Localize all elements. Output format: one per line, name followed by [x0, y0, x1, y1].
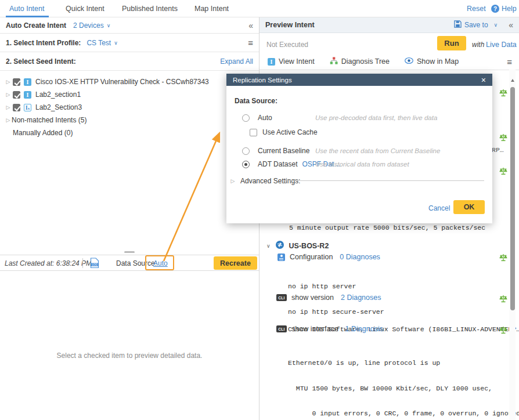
tree-item-label[interactable]: Manually Added (0)	[13, 129, 73, 137]
use-active-cache-checkbox[interactable]	[250, 129, 257, 136]
tree-item-label[interactable]: Cisco IOS-XE HTTP Vulnerability Check - …	[35, 78, 209, 86]
diagnosis-tree-icon	[330, 57, 338, 67]
option-label[interactable]: Auto	[258, 114, 272, 122]
panel-title: Auto Create Intent	[6, 21, 66, 30]
tree-row: Manually Added (0)	[0, 126, 255, 139]
tree-item-label[interactable]: Non-matched Intents (5)	[12, 116, 86, 124]
radio-auto[interactable]	[242, 114, 250, 122]
option-auto-desc: Use pre-decoded data first, then live da…	[315, 114, 437, 121]
data-source-label: Data Source:	[116, 259, 157, 267]
last-created-label: Last Created at: 6:38:24 PM	[5, 259, 92, 267]
diagnosis-compare-icon[interactable]	[499, 88, 508, 97]
option-current-baseline-desc: Use the recent data from Current Baselin…	[315, 147, 440, 154]
interface-output: Ethernet0/0 is up, line protocol is up M…	[288, 342, 519, 420]
tab-show-in-map[interactable]: Show in Map	[405, 57, 459, 66]
live-data-link[interactable]: Live Data	[486, 41, 517, 49]
tree-row: ▷ I Cisco IOS-XE HTTP Vulnerability Chec…	[0, 75, 255, 88]
option-current-baseline: Current Baseline	[242, 147, 309, 155]
help-button[interactable]: ? Help	[491, 0, 517, 17]
expand-all-link[interactable]: Expand All	[220, 57, 253, 66]
preview-header: Preview Intent Save to ∨ «	[260, 17, 519, 33]
expand-arrow-icon[interactable]: ▷	[5, 79, 12, 85]
profile-menu-icon[interactable]: ≡	[248, 38, 253, 48]
scrollbar-thumb[interactable]	[510, 87, 515, 310]
seed-label: 2. Select Seed Intent:	[6, 57, 76, 66]
tab-diagnosis-tree[interactable]: Diagnosis Tree	[330, 57, 390, 67]
option-label[interactable]: Use Active Cache	[260, 128, 318, 136]
diagnoses-link[interactable]: 1 Diagnosis	[345, 325, 383, 333]
reset-button[interactable]: Reset	[467, 0, 486, 17]
profile-label: 1. Select Intent Profile:	[6, 39, 81, 47]
diagnosis-compare-icon[interactable]	[499, 294, 508, 303]
option-label[interactable]: Current Baseline	[258, 147, 309, 155]
tab-view-intent[interactable]: I View Intent	[268, 57, 315, 66]
radio-current-baseline[interactable]	[242, 147, 250, 155]
collapse-left-panel-icon[interactable]: «	[248, 21, 253, 30]
devices-link[interactable]: 2 Devices	[73, 21, 104, 30]
preview-menu-icon[interactable]: ≡	[507, 57, 512, 67]
device-name[interactable]: US-BOS-R2	[289, 242, 329, 250]
scrollbar-up-arrow[interactable]	[511, 79, 514, 82]
tree-row: ▷ I Lab2_section1	[0, 88, 255, 101]
top-tab-bar: Auto Intent Quick Intent Published Inten…	[0, 0, 519, 17]
device-row: ∨ US-BOS-R2	[266, 240, 329, 251]
splitter-handle[interactable]	[124, 251, 135, 253]
intent-checkbox[interactable]	[13, 104, 20, 111]
recreate-button[interactable]: Recreate	[214, 256, 257, 270]
section-title: show interface	[291, 325, 338, 333]
ok-button[interactable]: OK	[453, 200, 485, 214]
diagnosis-compare-icon[interactable]	[499, 253, 508, 262]
dialog-header[interactable]: Replication Settings ×	[226, 74, 492, 86]
section-title: Configuration	[290, 253, 333, 261]
diagnosis-compare-icon[interactable]	[499, 325, 508, 335]
expand-arrow-icon[interactable]: ▷	[5, 92, 12, 97]
close-icon[interactable]: ×	[481, 75, 486, 85]
option-auto: Auto	[242, 114, 272, 122]
device-icon	[275, 240, 284, 251]
expand-arrow-icon: ▷	[229, 178, 236, 184]
intent-checkbox[interactable]	[13, 78, 20, 86]
collapse-arrow-icon[interactable]: ∨	[266, 243, 271, 249]
profile-select[interactable]: CS Test	[86, 39, 111, 47]
tab-auto-intent[interactable]: Auto Intent	[9, 0, 44, 17]
chevron-down-icon: ∨	[494, 22, 498, 28]
tree-item-label[interactable]: Lab2_section1	[35, 90, 81, 99]
tree-item-label[interactable]: Lab2_Section3	[35, 103, 82, 111]
divider	[82, 258, 83, 268]
tab-quick-intent[interactable]: Quick Intent	[66, 0, 104, 17]
help-icon: ?	[491, 5, 499, 13]
tab-map-intent[interactable]: Map Intent	[194, 0, 229, 17]
data-source-auto-link[interactable]: Auto	[153, 259, 168, 267]
collapse-preview-icon[interactable]: «	[509, 20, 513, 30]
tab-published-intents[interactable]: Published Intents	[122, 0, 178, 17]
preview-title: Preview Intent	[265, 21, 315, 29]
option-label[interactable]: ADT Dataset	[258, 160, 297, 168]
diagnoses-link[interactable]: 2 Diagnoses	[341, 294, 381, 302]
tree-row: ▷ Non-matched Intents (5)	[0, 114, 255, 126]
cli-icon: CLI	[276, 325, 287, 332]
svg-text:LOG: LOG	[92, 263, 98, 266]
run-button[interactable]: Run	[437, 36, 466, 50]
dialog-title: Replication Settings	[233, 77, 292, 84]
expand-arrow-icon[interactable]: ▷	[5, 117, 12, 123]
section-row: CLI show interface 1 Diagnosis	[276, 325, 383, 333]
save-to-button[interactable]: Save to	[464, 21, 488, 29]
intent-checkbox[interactable]	[13, 91, 20, 99]
log-icon[interactable]: LOG	[90, 258, 99, 270]
diagnoses-link[interactable]: 0 Diagnoses	[340, 253, 380, 261]
replication-settings-dialog: Replication Settings × Data Source: Auto…	[226, 74, 492, 223]
option-adt-desc: Use historical data from dataset	[315, 161, 409, 168]
auto-create-intent-header: Auto Create Intent 2 Devices ∨ «	[0, 17, 259, 34]
radio-adt-dataset[interactable]	[242, 161, 250, 168]
cancel-button[interactable]: Cancel	[428, 204, 450, 212]
diagnosis-compare-icon[interactable]	[499, 166, 508, 176]
advanced-settings-label: Advanced Settings:	[240, 177, 300, 185]
diagnosis-compare-icon[interactable]	[499, 133, 508, 142]
advanced-settings-toggle[interactable]: ▷ Advanced Settings:	[229, 177, 300, 185]
with-label: with	[472, 41, 484, 49]
section-row: CLI show version 2 Diagnoses	[276, 294, 381, 302]
configuration-icon	[277, 254, 285, 261]
preview-tab-bar: I View Intent Diagnosis Tree	[260, 53, 519, 70]
expand-arrow-icon[interactable]: ▷	[5, 104, 12, 110]
scrolled-output-line: 5 minute output rate 5000 bits/sec, 5 pa…	[289, 224, 485, 233]
